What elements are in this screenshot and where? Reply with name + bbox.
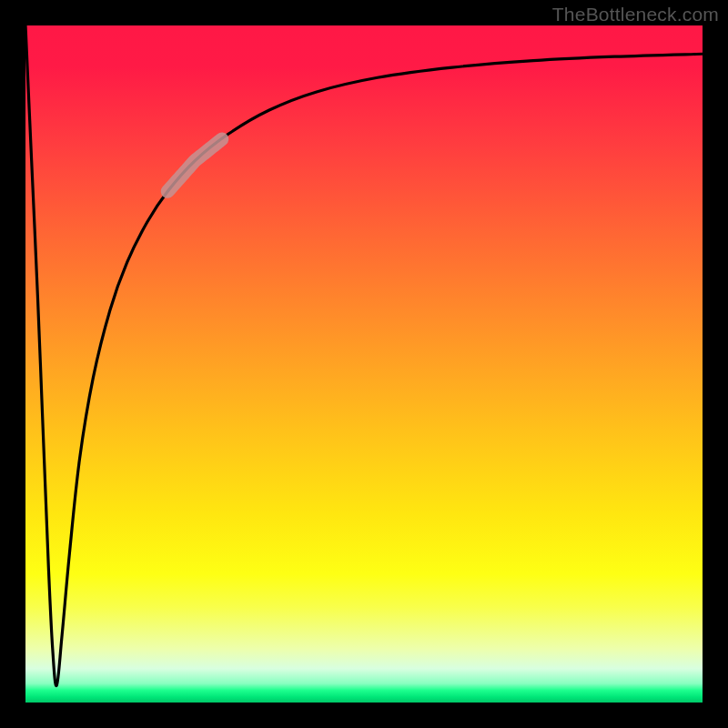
bottleneck-curve bbox=[25, 25, 703, 703]
chart-frame: TheBottleneck.com bbox=[0, 0, 728, 728]
curve-path bbox=[25, 25, 703, 686]
attribution-label: TheBottleneck.com bbox=[552, 4, 719, 25]
curve-highlight bbox=[167, 139, 222, 191]
plot-area bbox=[25, 25, 703, 703]
